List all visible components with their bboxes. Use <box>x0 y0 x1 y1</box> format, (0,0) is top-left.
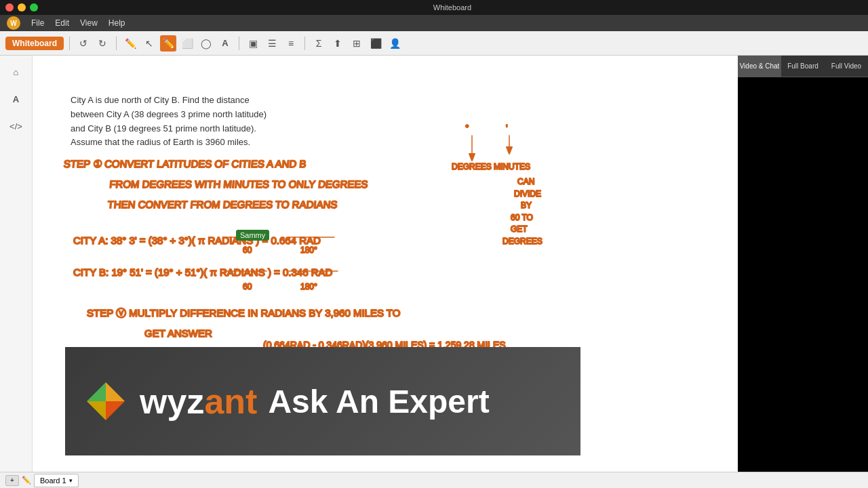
svg-text:180°: 180° <box>300 245 317 255</box>
eraser-button[interactable]: ⬜ <box>179 35 195 52</box>
ask-expert-text: Ask An Expert <box>268 383 489 420</box>
wyzant-text: wyz ant Ask An Expert <box>140 381 490 422</box>
svg-text:FROM DEGREES WITH MINUTES TO O: FROM DEGREES WITH MINUTES TO ONLY DEGREE… <box>109 178 369 190</box>
svg-marker-31 <box>87 401 106 420</box>
export-button[interactable]: ⬛ <box>368 35 384 52</box>
full-board-button[interactable]: Full Board <box>781 56 825 77</box>
svg-text:DIVIDE: DIVIDE <box>514 189 541 199</box>
svg-text:60: 60 <box>243 245 252 255</box>
wyzant-logo <box>85 381 126 422</box>
svg-marker-33 <box>106 401 125 420</box>
ant-text: ant <box>204 381 257 422</box>
menu-edit[interactable]: Edit <box>55 18 69 28</box>
video-area <box>738 77 868 472</box>
app-logo: W <box>7 16 20 30</box>
video-chat-button[interactable]: Video & Chat <box>738 56 781 77</box>
left-sidebar: ⌂ A </> <box>0 56 33 472</box>
svg-text:STEP ① CONVERT LATITUDES OF CI: STEP ① CONVERT LATITUDES OF CITIES A AND… <box>63 158 307 169</box>
menu-help[interactable]: Help <box>108 18 125 28</box>
svg-text:GET: GET <box>511 224 528 234</box>
problem-line-2: between City A (38 degrees 3 prime north… <box>71 108 267 122</box>
close-button[interactable] <box>5 3 14 12</box>
toolbar-separator-1 <box>69 37 70 50</box>
problem-line-4: Assume that the radius of Earth is 3960 … <box>71 136 267 150</box>
toolbar-separator-2 <box>116 37 117 50</box>
problem-line-1: City A is due north of City B. Find the … <box>71 94 267 108</box>
right-panel: Video & Chat Full Board Full Video <box>738 56 868 472</box>
upload-button[interactable]: ⬆ <box>330 35 346 52</box>
list-button[interactable]: ☰ <box>264 35 280 52</box>
svg-marker-19 <box>469 154 475 161</box>
svg-text:CITY A:  38° 3' = (38° + 3°)( : CITY A: 38° 3' = (38° + 3°)( π RADIANS )… <box>73 235 321 246</box>
svg-text:STEP ⓥ  MULTIPLY DIFFERENCE IN: STEP ⓥ MULTIPLY DIFFERENCE IN RADIANS BY… <box>87 307 400 319</box>
orange-pen-button[interactable]: ✏️ <box>160 35 176 52</box>
wyzant-banner: wyz ant Ask An Expert <box>65 347 580 455</box>
title-bar: Whiteboard <box>0 0 868 15</box>
svg-text:°: ° <box>465 123 469 134</box>
svg-text:': ' <box>506 123 508 134</box>
wyz-text: wyz <box>140 381 204 422</box>
menu-view[interactable]: View <box>80 18 98 28</box>
svg-text:60: 60 <box>243 282 252 291</box>
numbered-list-button[interactable]: ≡ <box>283 35 299 52</box>
maximize-button[interactable] <box>30 3 38 12</box>
svg-text:DEGREES: DEGREES <box>502 237 542 246</box>
svg-marker-21 <box>507 147 512 154</box>
svg-text:DEGREES  MINUTES: DEGREES MINUTES <box>452 162 530 171</box>
board-tab-arrow: ▾ <box>69 477 73 484</box>
undo-button[interactable]: ↺ <box>75 35 92 52</box>
pen-tool-button[interactable]: ✏️ <box>122 35 138 52</box>
menu-bar: W File Edit View Help <box>0 15 868 31</box>
add-board-button[interactable]: + <box>5 475 19 486</box>
svg-marker-32 <box>87 382 106 401</box>
grid-button[interactable]: ⊞ <box>349 35 365 52</box>
bottom-bar: + ✏️ Board 1 ▾ <box>0 472 868 488</box>
sidebar-home-icon[interactable]: ⌂ <box>5 61 27 83</box>
main-area: ⌂ A </> City A is due north of City B. F… <box>0 56 868 472</box>
svg-text:CITY B:  19° 51' = (19° + 51°): CITY B: 19° 51' = (19° + 51°)( π RADIANS… <box>73 266 333 278</box>
toolbar: Whiteboard ↺ ↻ ✏️ ↖ ✏️ ⬜ ◯ A ▣ ☰ ≡ Σ ⬆ ⊞… <box>0 31 868 56</box>
problem-text: City A is due north of City B. Find the … <box>71 94 267 150</box>
menu-file[interactable]: File <box>31 18 44 28</box>
toolbar-separator-3 <box>239 37 239 50</box>
text-button[interactable]: A <box>217 35 233 52</box>
person-button[interactable]: 👤 <box>387 35 403 52</box>
svg-text:THEN CONVERT FROM DEGREES TO R: THEN CONVERT FROM DEGREES TO RADIANS <box>107 199 338 210</box>
highlight-button[interactable]: ▣ <box>245 35 261 52</box>
whiteboard-canvas[interactable]: City A is due north of City B. Find the … <box>33 56 738 472</box>
board-tab[interactable]: Board 1 ▾ <box>34 474 79 487</box>
sidebar-text-icon[interactable]: A <box>5 88 27 110</box>
toolbar-separator-4 <box>304 37 305 50</box>
board-tab-label: Board 1 <box>40 476 66 485</box>
svg-text:60 TO: 60 TO <box>511 213 533 222</box>
svg-marker-30 <box>106 382 125 401</box>
redo-button[interactable]: ↻ <box>94 35 111 52</box>
board-icon: ✏️ <box>22 476 31 485</box>
svg-text:180°: 180° <box>300 282 317 291</box>
window-title: Whiteboard <box>433 3 471 12</box>
svg-text:CAN: CAN <box>517 177 534 186</box>
shape-circle-button[interactable]: ◯ <box>198 35 214 52</box>
sidebar-code-icon[interactable]: </> <box>5 115 27 137</box>
full-video-button[interactable]: Full Video <box>825 56 868 77</box>
problem-line-3: and City B (19 degrees 51 prime north la… <box>71 122 267 136</box>
tooltip-label: Sammy <box>240 231 265 239</box>
right-panel-buttons: Video & Chat Full Board Full Video <box>738 56 868 77</box>
minimize-button[interactable] <box>18 3 26 12</box>
svg-text:GET ANSWER: GET ANSWER <box>144 327 212 339</box>
sigma-button[interactable]: Σ <box>311 35 327 52</box>
svg-text:BY: BY <box>521 201 532 210</box>
user-tooltip: Sammy <box>236 230 269 241</box>
whiteboard-button[interactable]: Whiteboard <box>5 37 64 50</box>
cursor-tool-button[interactable]: ↖ <box>141 35 157 52</box>
